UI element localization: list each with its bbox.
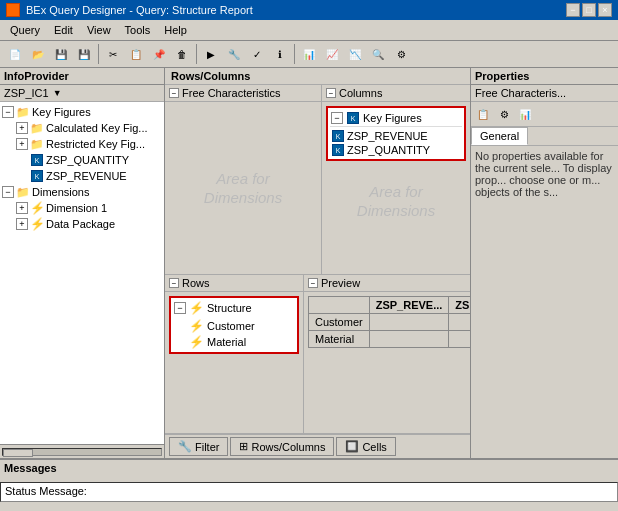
status-message-label: Status Message: [5,485,87,497]
rows-label: Rows [182,277,210,289]
sep1 [98,44,99,64]
scroll-track[interactable] [2,448,162,456]
rows-expand[interactable]: − [169,278,179,288]
material-item[interactable]: ⚡ Material [187,334,295,350]
check-button[interactable]: ✓ [246,43,268,65]
paste-button[interactable]: 📌 [148,43,170,65]
close-button[interactable]: × [598,3,612,17]
filter-tab[interactable]: 🔧 Filter [169,437,228,456]
restr-expand[interactable]: + [16,138,28,150]
kf-box-expand[interactable]: − [331,112,343,124]
menu-bar: Query Edit View Tools Help [0,20,618,41]
dim-folder-icon: 📁 [16,185,30,199]
toolbar: 📄 📂 💾 💾 ✂ 📋 📌 🗑 ▶ 🔧 ✓ ℹ 📊 📈 📉 🔍 ⚙ [0,41,618,68]
columns-area: − Columns − K Key Figures K ZSP_REVENUE [322,85,470,274]
messages-bar: Messages [0,458,618,482]
cols-area-dims: Area forDimensions [326,171,466,231]
kf-quantity-item[interactable]: K ZSP_QUANTITY [330,143,462,157]
filter-icon: 🔧 [178,440,192,453]
material-row-label: Material [309,331,370,348]
kf-children: + 📁 Calculated Key Fig... + 📁 Restricted… [16,120,162,184]
cols-expand[interactable]: − [326,88,336,98]
preview-expand[interactable]: − [308,278,318,288]
delete-button[interactable]: 🗑 [171,43,193,65]
execute-button[interactable]: ▶ [200,43,222,65]
info-button[interactable]: ℹ [269,43,291,65]
title-bar: BEx Query Designer - Query: Structure Re… [0,0,618,20]
rows-cols-tab-label: Rows/Columns [251,441,325,453]
kf-revenue-item[interactable]: K ZSP_REVENUE [330,129,462,143]
restr-folder-icon: 📁 [30,137,44,151]
open-button[interactable]: 📂 [27,43,49,65]
btn8[interactable]: 🔍 [367,43,389,65]
calculated-kf-node[interactable]: + 📁 Calculated Key Fig... [16,120,162,136]
struct-expand[interactable]: − [174,302,186,314]
dim1-icon: ⚡ [30,201,44,215]
menu-query[interactable]: Query [4,22,46,38]
properties-header: Properties [471,68,618,85]
data-package-node[interactable]: + ⚡ Data Package [16,216,162,232]
kf-expand[interactable]: − [2,106,14,118]
props-btn2[interactable]: ⚙ [494,104,514,124]
save-button[interactable]: 💾 [50,43,72,65]
properties-tabs: General [471,127,618,146]
btn5[interactable]: 📊 [298,43,320,65]
btn7[interactable]: 📉 [344,43,366,65]
zsp-ic1-label: ZSP_IC1 [4,87,49,99]
dimensions-node[interactable]: − 📁 Dimensions [2,184,162,200]
columns-inner: − K Key Figures K ZSP_REVENUE K ZSP_QUAN… [322,102,470,274]
dim1-expand[interactable]: + [16,202,28,214]
structure-box: − ⚡ Structure ⚡ Customer ⚡ Material [169,296,299,354]
scroll-thumb[interactable] [3,449,33,457]
kf-box-icon: K [346,111,360,125]
dimension1-node[interactable]: + ⚡ Dimension 1 [16,200,162,216]
filter-button[interactable]: 🔧 [223,43,245,65]
calc-expand[interactable]: + [16,122,28,134]
props-btn1[interactable]: 📋 [473,104,493,124]
preview-col2-header: ZSP_QUAN... [449,297,470,314]
cells-tab[interactable]: 🔲 Cells [336,437,395,456]
zsp-revenue-node[interactable]: K ZSP_REVENUE [16,168,162,184]
menu-help[interactable]: Help [158,22,193,38]
preview-col1-header: ZSP_REVE... [369,297,449,314]
menu-view[interactable]: View [81,22,117,38]
zsp-revenue-label: ZSP_REVENUE [46,170,127,182]
horizontal-scrollbar[interactable] [0,444,164,458]
sep2 [196,44,197,64]
maximize-button[interactable]: □ [582,3,596,17]
rows-inner: − ⚡ Structure ⚡ Customer ⚡ Material [165,292,303,433]
zsp-quantity-node[interactable]: K ZSP_QUANTITY [16,152,162,168]
new-button[interactable]: 📄 [4,43,26,65]
btn6[interactable]: 📈 [321,43,343,65]
datapkg-expand[interactable]: + [16,218,28,230]
copy-button[interactable]: 📋 [125,43,147,65]
customer-col1-cell [369,314,449,331]
save-as-button[interactable]: 💾 [73,43,95,65]
dropdown-icon[interactable]: ▼ [53,88,62,98]
btn9[interactable]: ⚙ [390,43,412,65]
customer-item[interactable]: ⚡ Customer [187,318,295,334]
rows-area: − Rows − ⚡ Structure ⚡ Customer [165,275,304,433]
preview-empty-header [309,297,370,314]
dimension1-label: Dimension 1 [46,202,107,214]
rows-cols-tab[interactable]: ⊞ Rows/Columns [230,437,334,456]
restricted-kf-node[interactable]: + 📁 Restricted Key Fig... [16,136,162,152]
cut-button[interactable]: ✂ [102,43,124,65]
key-figures-node[interactable]: − 📁 Key Figures [2,104,162,120]
menu-tools[interactable]: Tools [119,22,157,38]
preview-area-dims [304,352,470,433]
free-chars-expand[interactable]: − [169,88,179,98]
rows-cols-header: Rows/Columns [165,68,470,85]
minimize-button[interactable]: − [566,3,580,17]
menu-edit[interactable]: Edit [48,22,79,38]
calculated-kf-label: Calculated Key Fig... [46,122,148,134]
data-package-label: Data Package [46,218,115,230]
cells-tab-label: Cells [362,441,386,453]
free-chars-header: − Free Characteristics [165,85,321,102]
props-btn3[interactable]: 📊 [515,104,535,124]
tree-area: − 📁 Key Figures + 📁 Calculated Key Fig..… [0,102,164,444]
columns-label: Columns [339,87,382,99]
dim-expand[interactable]: − [2,186,14,198]
general-tab[interactable]: General [471,127,528,145]
app-icon [6,3,20,17]
